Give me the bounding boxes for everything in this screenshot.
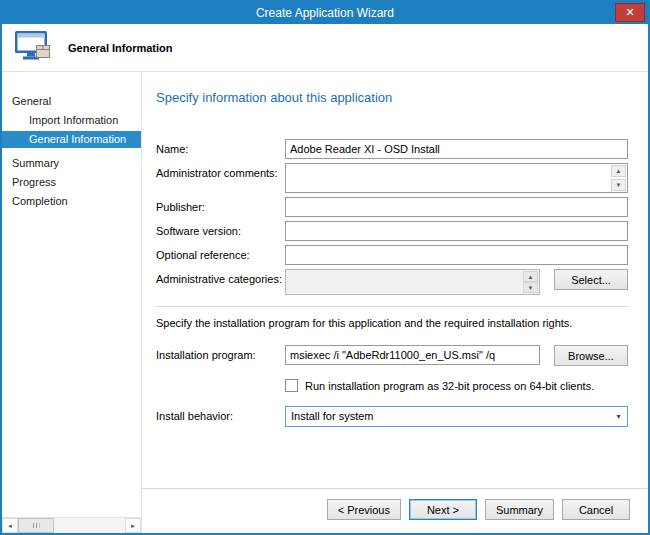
administrator-comments-label: Administrator comments: (156, 163, 285, 179)
comments-scrollbar: ▲ ▼ (610, 164, 627, 192)
titlebar[interactable]: Create Application Wizard ✕ (2, 2, 648, 24)
scroll-up-icon[interactable]: ▲ (611, 165, 626, 177)
name-input[interactable] (285, 139, 628, 159)
general-information-form: Specify information about this applicati… (142, 72, 648, 488)
scroll-down-icon[interactable]: ▼ (523, 282, 538, 293)
close-button[interactable]: ✕ (615, 3, 645, 22)
wizard-body: General Import Information General Infor… (2, 72, 648, 533)
optional-reference-row: Optional reference: (156, 245, 628, 265)
run-32bit-checkbox[interactable] (285, 379, 298, 392)
sidebar-item-import-information[interactable]: Import Information (2, 112, 141, 129)
header-title: General Information (68, 42, 173, 54)
software-version-label: Software version: (156, 221, 285, 237)
scroll-left-icon[interactable]: ◄ (2, 518, 18, 533)
publisher-row: Publisher: (156, 197, 628, 217)
wizard-header: General Information (2, 24, 648, 72)
browse-button[interactable]: Browse... (554, 345, 628, 366)
sidebar-item-general[interactable]: General (2, 93, 141, 110)
application-icon (14, 30, 52, 65)
optional-reference-input[interactable] (285, 245, 628, 265)
scroll-up-icon[interactable]: ▲ (523, 271, 538, 282)
chevron-down-icon: ▾ (610, 412, 627, 421)
wizard-content: Specify information about this applicati… (142, 72, 648, 533)
categories-scrollbar: ▲ ▼ (522, 270, 539, 294)
administrative-categories-input: ▲ ▼ (285, 269, 540, 295)
window-title: Create Application Wizard (2, 2, 648, 24)
install-behavior-label: Install behavior: (156, 406, 285, 422)
close-icon: ✕ (625, 6, 634, 19)
sidebar-item-general-information[interactable]: General Information (2, 131, 141, 148)
administrative-categories-row: Administrative categories: ▲ ▼ Select... (156, 269, 628, 295)
scroll-down-icon[interactable]: ▼ (611, 179, 626, 191)
cancel-button[interactable]: Cancel (562, 499, 630, 520)
installation-program-row: Installation program: Browse... (156, 345, 628, 366)
administrator-comments-input[interactable]: ▲ ▼ (285, 163, 628, 193)
name-label: Name: (156, 139, 285, 155)
sidebar-item-summary[interactable]: Summary (2, 155, 141, 172)
select-categories-button[interactable]: Select... (554, 269, 628, 290)
administrator-comments-row: Administrator comments: ▲ ▼ (156, 163, 628, 193)
run-32bit-label: Run installation program as 32-bit proce… (305, 380, 594, 392)
next-button[interactable]: Next > (409, 499, 477, 520)
install-behavior-row: Install behavior: Install for system ▾ (156, 406, 628, 427)
scroll-right-icon[interactable]: ► (125, 518, 141, 533)
wizard-steps-sidebar: General Import Information General Infor… (2, 72, 142, 533)
optional-reference-label: Optional reference: (156, 245, 285, 261)
installation-program-input[interactable] (285, 345, 540, 365)
administrative-categories-label: Administrative categories: (156, 269, 285, 285)
installation-program-label: Installation program: (156, 345, 285, 361)
summary-button[interactable]: Summary (485, 499, 554, 520)
software-version-input[interactable] (285, 221, 628, 241)
sidebar-item-progress[interactable]: Progress (2, 174, 141, 191)
administrator-comments-text[interactable] (286, 164, 610, 192)
wizard-steps-list: General Import Information General Infor… (2, 72, 141, 517)
page-title: Specify information about this applicati… (156, 90, 628, 105)
installation-section-description: Specify the installation program for thi… (156, 317, 628, 329)
sidebar-item-completion[interactable]: Completion (2, 193, 141, 210)
scrollbar-track[interactable] (54, 518, 125, 533)
install-behavior-dropdown[interactable]: Install for system ▾ (285, 406, 628, 427)
previous-button[interactable]: < Previous (327, 499, 401, 520)
run-32bit-row: Run installation program as 32-bit proce… (285, 379, 628, 392)
software-version-row: Software version: (156, 221, 628, 241)
install-behavior-value: Install for system (286, 407, 610, 426)
sidebar-horizontal-scrollbar[interactable]: ◄ ► (2, 517, 141, 533)
administrative-categories-text (286, 270, 522, 294)
publisher-input[interactable] (285, 197, 628, 217)
create-application-wizard-window: Create Application Wizard ✕ General Info… (0, 0, 650, 535)
scrollbar-thumb[interactable] (18, 518, 54, 533)
wizard-footer: < Previous Next > Summary Cancel (142, 488, 648, 533)
publisher-label: Publisher: (156, 197, 285, 213)
section-divider (156, 306, 628, 307)
name-row: Name: (156, 139, 628, 159)
